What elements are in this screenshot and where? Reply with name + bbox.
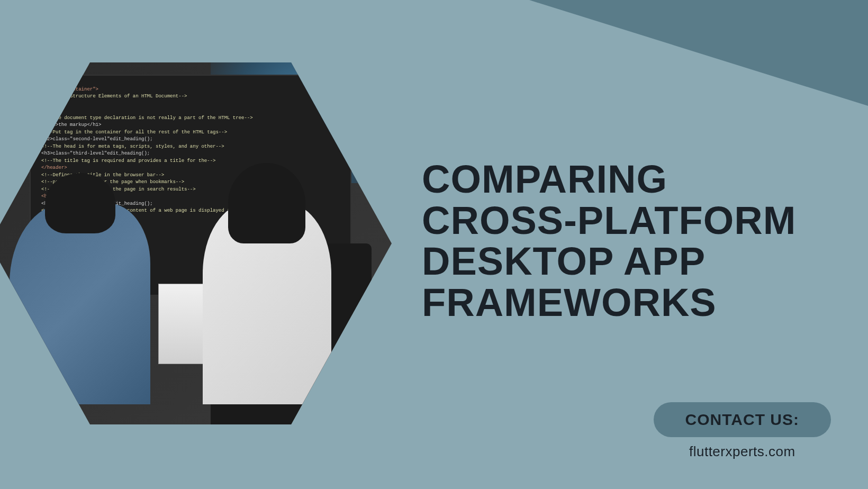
- code-snippet-line: <!--Defines the title in the browser bar…: [41, 173, 164, 178]
- code-snippet-line: <!--Basic Structure Elements of an HTML …: [41, 94, 187, 99]
- code-snippet-line: <h1>: [41, 108, 53, 113]
- website-url: flutterxperts.com: [689, 443, 795, 460]
- code-snippet-line: </header>: [41, 165, 67, 170]
- code-snippet-line: <meta>the markup</h1>: [41, 122, 101, 128]
- code-snippet-line: <h2>class="second-level"edit_heading();: [41, 137, 153, 142]
- developer-right: [203, 203, 331, 404]
- code-snippet-line: <!--Put tag in the container for all the…: [41, 130, 227, 135]
- code-snippet-line: <h3>class="third-level"edit_heading();: [41, 151, 150, 156]
- hero-image-hexagon: <div id="container"> <!--Basic Structure…: [0, 42, 392, 445]
- main-headline: COMPARING CROSS-PLATFORM DESKTOP APP FRA…: [422, 159, 824, 323]
- code-snippet-line: <!--The head is for meta tags, scripts, …: [41, 144, 224, 149]
- code-snippet-line: <!--The title tag is required and provid…: [41, 158, 215, 164]
- code-snippet-line: <div id="container">: [41, 87, 98, 92]
- corner-accent-shape: [529, 0, 868, 106]
- code-snippet-line: <!--The document type declaration is not…: [41, 115, 253, 121]
- contact-us-button[interactable]: CONTACT US:: [654, 402, 831, 437]
- code-snippet-line: <header>: [41, 101, 64, 106]
- contact-section: CONTACT US: flutterxperts.com: [654, 402, 831, 460]
- developer-left: [10, 203, 150, 404]
